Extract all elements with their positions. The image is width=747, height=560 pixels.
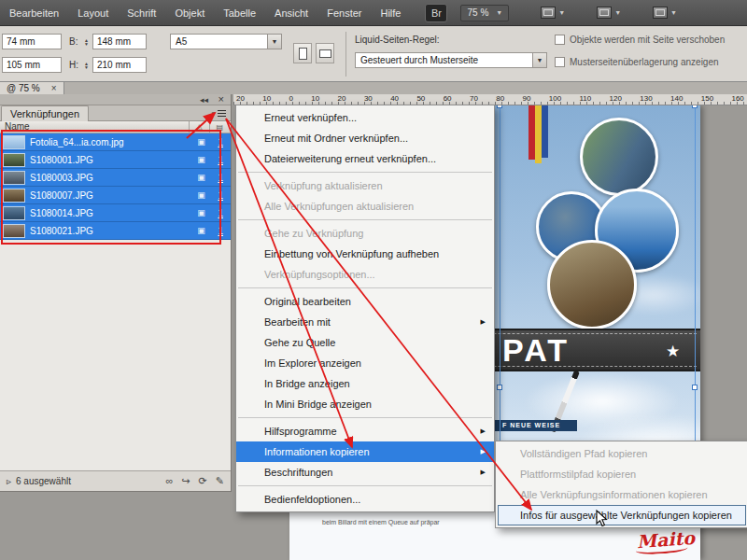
width-label: B: — [69, 36, 78, 47]
checkbox-objects-move[interactable]: Objekte werden mit Seite verschoben — [555, 35, 725, 45]
link-row[interactable]: S1080014.JPG ▣ 1 — [0, 204, 231, 222]
x-position-field[interactable]: 74 mm — [2, 34, 62, 49]
mi-copy-information[interactable]: Informationen kopieren — [236, 441, 494, 462]
arrange-documents-button[interactable]: ▼ — [653, 7, 677, 19]
menu-schrift[interactable]: Schrift — [118, 0, 165, 26]
panel-group-header[interactable]: ◂◂ × — [0, 94, 231, 105]
menu-ansicht[interactable]: Ansicht — [265, 0, 317, 26]
height-field[interactable]: 210 mm — [92, 57, 147, 73]
link-status-icon: ▣ — [194, 155, 208, 164]
mi-goto-source[interactable]: Gehe zu Quelle — [236, 332, 494, 353]
portrait-orientation-button[interactable] — [293, 43, 312, 63]
close-icon[interactable]: × — [218, 94, 224, 105]
close-icon[interactable]: × — [51, 83, 57, 93]
link-row[interactable]: S1080007.JPG ▣ 1 — [0, 187, 231, 204]
link-status-icon: ▣ — [194, 208, 208, 217]
mi-show-in-bridge[interactable]: In Bridge anzeigen — [236, 373, 494, 394]
chevron-down-icon: ▼ — [558, 9, 565, 16]
smi-copy-selected-link-info[interactable]: Infos für ausgewählte Verknüpfungen kopi… — [498, 505, 746, 525]
mi-edit-original[interactable]: Original bearbeiten — [236, 291, 494, 312]
link-page-number[interactable]: 1 — [213, 226, 228, 236]
checkbox-icon[interactable] — [555, 57, 565, 67]
collapse-panel-icon[interactable]: ◂◂ — [200, 94, 208, 105]
ruler-tick: 130 — [640, 94, 652, 105]
tab-verknuepfungen[interactable]: Verknüpfungen — [1, 105, 89, 121]
link-status-icon: ▣ — [194, 173, 208, 182]
width-field[interactable]: 148 mm — [92, 34, 147, 49]
mi-utilities[interactable]: Hilfsprogramme — [236, 421, 494, 441]
status-column-icon: ⚠ — [196, 121, 203, 133]
link-thumbnail — [3, 171, 25, 185]
ruler-tick: 120 — [610, 94, 622, 105]
goto-link-icon[interactable]: ↪ — [181, 475, 190, 487]
menu-bearbeiten[interactable]: Bearbeiten — [0, 0, 68, 26]
frame-handle[interactable] — [497, 385, 502, 390]
frame-handle[interactable] — [692, 385, 698, 390]
chevron-down-icon: ▼ — [496, 9, 502, 16]
update-link-icon[interactable]: ⟳ — [199, 475, 207, 487]
list-header[interactable]: Name ⚠ ▤ — [0, 121, 231, 133]
menu-fenster[interactable]: Fenster — [317, 0, 371, 26]
menu-layout[interactable]: Layout — [68, 0, 118, 26]
menu-hilfe[interactable]: Hilfe — [371, 0, 410, 26]
checkbox-master-overlay[interactable]: Musterseitenüberlagerung anzeigen — [555, 57, 719, 67]
link-row[interactable]: Fotolia_64...ia.com.jpg ▣ 1 — [0, 133, 231, 151]
copy-information-submenu: Vollständigen Pfad kopieren Plattformsti… — [495, 441, 747, 528]
menu-separator — [238, 485, 492, 486]
landscape-orientation-button[interactable] — [316, 43, 334, 63]
maito-logo: Maito — [636, 527, 695, 552]
menu-separator — [238, 172, 492, 173]
link-page-number[interactable]: 1 — [213, 190, 228, 201]
panel-menu-button[interactable]: ▼ — [209, 107, 228, 119]
divider — [189, 121, 190, 133]
ruler-tick: 30 — [364, 94, 373, 105]
view-options-button[interactable]: ▼ — [541, 7, 565, 19]
link-page-number[interactable]: 1 — [213, 208, 228, 218]
page-size-dropdown[interactable]: A5 ▼ — [170, 34, 282, 49]
photo-circle-1[interactable] — [580, 118, 658, 196]
document-tab[interactable]: @ 75 % × — [0, 82, 64, 94]
height-stepper[interactable]: ▲▼ — [82, 57, 91, 73]
mi-panel-options[interactable]: Bedienfeldoptionen... — [236, 489, 494, 510]
view-options-icon — [541, 7, 556, 19]
name-column-header[interactable]: Name — [5, 121, 30, 132]
link-row[interactable]: S1080003.JPG ▣ 1 — [0, 169, 231, 187]
bridge-button[interactable]: Br — [425, 4, 447, 22]
link-page-number[interactable]: 1 — [213, 173, 228, 183]
screen-mode-button[interactable]: ▼ — [597, 7, 621, 19]
page-column-icon: ▤ — [216, 121, 223, 133]
menu-tabelle[interactable]: Tabelle — [214, 0, 265, 26]
mi-relink-folder[interactable]: Erneut mit Ordner verknüpfen... — [236, 128, 494, 148]
ruler-tick: 20 — [236, 94, 245, 105]
page-size-value: A5 — [176, 36, 187, 47]
edit-original-icon[interactable]: ✎ — [216, 475, 224, 487]
mi-relink-extension[interactable]: Dateierweiterung erneut verknüpfen... — [236, 148, 494, 169]
ruler-tick: 10 — [262, 94, 271, 105]
link-row[interactable]: S1080021.JPG ▣ 1 — [0, 222, 231, 240]
link-thumbnail — [3, 189, 25, 203]
link-page-number[interactable]: 1 — [213, 155, 228, 165]
mi-edit-with[interactable]: Bearbeiten mit — [236, 312, 494, 332]
link-row[interactable]: S1080001.JPG ▣ 1 — [0, 151, 231, 169]
mi-show-in-explorer[interactable]: Im Explorer anzeigen — [236, 353, 494, 373]
zoom-level-dropdown[interactable]: 75 % ▼ — [460, 5, 509, 21]
photo-circle-4[interactable] — [547, 240, 637, 329]
width-stepper[interactable]: ▲▼ — [82, 34, 91, 49]
ruler-tick: 150 — [701, 94, 713, 105]
links-panel-menu: Erneut verknüpfen... Erneut mit Ordner v… — [235, 105, 495, 512]
link-page-number[interactable]: 1 — [213, 137, 228, 147]
links-panel: ◂◂ × Verknüpfungen ▼ Name ⚠ ▤ Fotolia_64… — [0, 94, 232, 492]
mi-captions[interactable]: Beschriftungen — [236, 462, 494, 483]
liquid-rule-dropdown[interactable]: Gesteuert durch Musterseite ▼ — [355, 52, 547, 68]
mi-show-in-mini-bridge[interactable]: In Mini Bridge anzeigen — [236, 394, 494, 414]
mi-relink[interactable]: Erneut verknüpfen... — [236, 107, 494, 128]
divider — [345, 32, 346, 77]
y-position-field[interactable]: 105 mm — [2, 57, 62, 73]
ruler-tick: 70 — [470, 94, 478, 105]
mi-unembed-link[interactable]: Einbettung von Verknüpfung aufheben — [236, 244, 494, 264]
checkbox-icon[interactable] — [555, 35, 565, 45]
ruler-tick: 60 — [444, 94, 452, 105]
menu-separator — [238, 417, 492, 418]
menu-objekt[interactable]: Objekt — [165, 0, 214, 26]
relink-icon[interactable]: ∞ — [166, 475, 174, 487]
